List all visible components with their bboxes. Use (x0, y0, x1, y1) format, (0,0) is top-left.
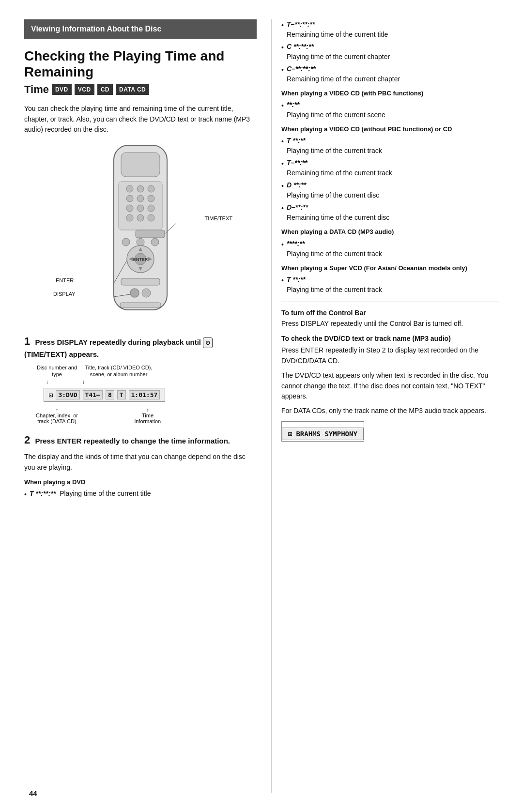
arrow-up-right: ↑ (146, 407, 149, 413)
data-cd-desc-1: Playing time of the current track (287, 250, 382, 258)
remote-area: ENTER (87, 143, 194, 323)
svg-point-28 (142, 289, 151, 297)
dvd-text-section: To check the DVD/CD text or track name (… (281, 335, 499, 441)
dvd-code-3: C **:**:** (287, 43, 314, 50)
lcd-value-scene: 8 (106, 390, 114, 399)
control-bar-text-content: Press DISPLAY repeatedly until the Contr… (281, 320, 463, 327)
vcd-no-pbc-bullet-3: • (281, 181, 284, 191)
vcd-no-pbc-item-1-text: T **:**Playing time of the current track (287, 136, 382, 156)
super-vcd-code-1: T **:** (287, 276, 306, 283)
data-cd-heading: When playing a DATA CD (MP3 audio) (281, 228, 499, 236)
annot-time-top: Time (142, 413, 154, 418)
svg-point-5 (148, 185, 154, 192)
dvd-items-continued: • T–**:**:**Remaining time of the curren… (281, 19, 499, 84)
step-1-number: 1 (24, 335, 30, 347)
svg-point-12 (126, 214, 133, 221)
dvd-heading-text: When playing a DVD (24, 478, 85, 486)
step-1-badge: ⊙ (203, 337, 213, 348)
right-column: • T–**:**:**Remaining time of the curren… (271, 19, 499, 793)
step-1-badge-text: (TIME/TEXT) (24, 350, 67, 358)
lcd-value-time: 1:01:57 (129, 390, 160, 399)
vcd-no-pbc-item-3-text: D **:**Playing time of the current disc (287, 180, 379, 200)
bullet-dot-3: • (281, 43, 284, 53)
vcd-no-pbc-item-4: • D–**:**Remaining time of the current d… (281, 202, 499, 223)
badge-vcd: VCD (75, 84, 94, 95)
lcd-value-track: T41– (83, 390, 103, 399)
vcd-pbc-heading-text: When playing a VIDEO CD (with PBC functi… (281, 90, 423, 97)
badge-cd: CD (97, 84, 113, 95)
data-cd-item-1-text: ****:**Playing time of the current track (287, 239, 382, 259)
arrow-lines: ↓ ↓ (34, 379, 257, 384)
data-cd-heading-text: When playing a DATA CD (MP3 audio) (281, 228, 394, 235)
vcd-no-pbc-desc-4: Remaining time of the current disc (287, 214, 389, 221)
dvd-text-para-2-text: The DVD/CD text appears only when text i… (281, 371, 488, 400)
dvd-desc-4: Remaining time of the current chapter (287, 75, 400, 83)
dvd-text-para-3-text: For DATA CDs, only the track name of the… (281, 407, 486, 414)
subtitle-row: Time DVD VCD CD DATA CD (24, 83, 257, 96)
svg-rect-1 (121, 153, 160, 177)
intro-body-text: You can check the playing time and remai… (24, 104, 257, 135)
dvd-item-1: • T **:**:** Playing time of the current… (24, 489, 257, 500)
dvd-text-heading-text: To check the DVD/CD text or track name (… (281, 335, 451, 342)
dvd-text-para-3: For DATA CDs, only the track name of the… (281, 406, 499, 416)
vcd-no-pbc-item-4-text: D–**:**Remaining time of the current dis… (287, 202, 389, 223)
top-annotations: Disc number and type Title, track (CD/ V… (34, 364, 257, 378)
dvd-desc-3: Playing time of the current chapter (287, 53, 390, 61)
page-number: 44 (29, 789, 37, 797)
control-bar-heading-text: To turn off the Control Bar (281, 309, 366, 317)
dvd-text-para-1: Press ENTER repeatedly in Step 2 to disp… (281, 345, 499, 366)
svg-point-10 (137, 205, 144, 212)
annot-chapter: ↑ Chapter, index, or track (DATA CD) (34, 407, 80, 424)
section-banner: Viewing Information About the Disc (24, 19, 257, 39)
vcd-no-pbc-bullet-1: • (281, 137, 284, 147)
super-vcd-heading-text: When playing a Super VCD (For Asian/ Oce… (281, 264, 467, 272)
step-2-section: 2 Press ENTER repeatedly to change the t… (24, 432, 257, 500)
control-bar-text: Press DISPLAY repeatedly until the Contr… (281, 319, 499, 329)
display-diagram-area: Disc number and type Title, track (CD/ V… (34, 364, 257, 425)
annot-title-text: Title, track (CD/ VIDEO CD), scene, or a… (85, 365, 153, 377)
svg-point-8 (148, 195, 154, 202)
control-bar-heading: To turn off the Control Bar (281, 309, 499, 317)
section-divider (281, 302, 499, 302)
dvd-heading: When playing a DVD (24, 478, 257, 487)
step-1-bold-text: Press DISPLAY repeatedly during playback… (35, 338, 201, 346)
label-enter: ENTER (56, 277, 74, 283)
badge-dvd: DVD (52, 84, 72, 95)
svg-rect-15 (136, 230, 165, 238)
svg-point-27 (130, 289, 139, 297)
vcd-pbc-bullet: • (281, 101, 284, 111)
main-title: Checking the Playing Time and Remaining (24, 48, 257, 80)
super-vcd-bullet-1: • (281, 276, 284, 286)
svg-point-16 (122, 238, 130, 246)
step-1-label: 1 Press DISPLAY repeatedly during playba… (24, 333, 257, 360)
super-vcd-heading: When playing a Super VCD (For Asian/ Oce… (281, 264, 499, 273)
vcd-no-pbc-item-1: • T **:**Playing time of the current tra… (281, 136, 499, 156)
svg-rect-29 (120, 303, 161, 307)
svg-point-14 (148, 214, 154, 221)
lcd-value-t: T (117, 390, 126, 399)
lcd-bottom-display: ⊡ BRAHMS SYMPHONY (282, 428, 364, 440)
dvd-item-4: • C–**:**:**Remaining time of the curren… (281, 64, 499, 84)
vcd-no-pbc-heading-text: When playing a VIDEO CD (without PBC fun… (281, 125, 452, 133)
main-title-text: Checking the Playing Time and Remaining (24, 48, 224, 80)
annot-time-bottom: information (135, 418, 161, 424)
svg-point-4 (137, 185, 144, 192)
step-2-bold-text: Press ENTER repeatedly to change the tim… (35, 437, 230, 445)
super-vcd-section: When playing a Super VCD (For Asian/ Oce… (281, 264, 499, 295)
step-1-section: 1 Press DISPLAY repeatedly during playba… (24, 333, 257, 424)
svg-point-3 (126, 185, 133, 192)
vcd-no-pbc-bullet-2: • (281, 159, 284, 169)
bullet-dot-2: • (281, 20, 284, 31)
annot-disc-number: Disc number and type (34, 364, 80, 378)
vcd-no-pbc-code-4: D–**:** (287, 203, 308, 211)
data-cd-item-1: • ****:**Playing time of the current tra… (281, 239, 499, 259)
remote-svg: ENTER (87, 143, 194, 322)
lcd-bottom-icon: ⊡ (288, 430, 292, 438)
annot-spacer (80, 407, 128, 424)
lcd-value-disc: 3:DVD (56, 390, 79, 399)
step-2-label: 2 Press ENTER repeatedly to change the t… (24, 432, 257, 448)
super-vcd-item-1: • T **:**Playing time of the current tra… (281, 275, 499, 295)
control-bar-section: To turn off the Control Bar Press DISPLA… (281, 309, 499, 329)
left-column: Viewing Information About the Disc Check… (24, 19, 271, 793)
time-text-label: TIME/TEXT (205, 215, 232, 221)
